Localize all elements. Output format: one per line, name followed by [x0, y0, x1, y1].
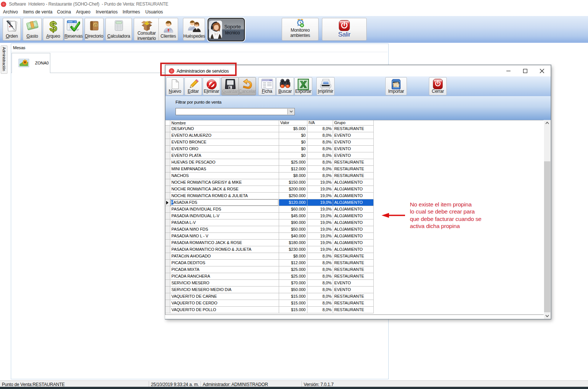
svg-text:@: @	[93, 23, 97, 27]
svg-text:$: $	[50, 20, 57, 33]
